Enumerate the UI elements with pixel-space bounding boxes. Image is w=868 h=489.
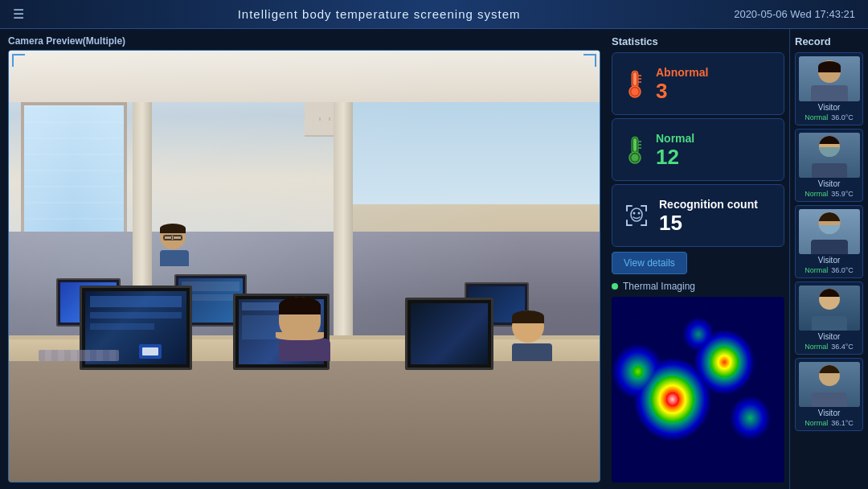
- recognition-card: Recognition count 15: [612, 184, 784, 247]
- normal-card: Normal 12: [612, 118, 784, 181]
- camera-label: Camera Preview(Multiple): [8, 35, 600, 47]
- record-avatar-2: [799, 133, 860, 178]
- svg-point-16: [638, 212, 641, 215]
- record-temp-5: 36.1°C: [831, 419, 854, 427]
- front-desk: [9, 352, 600, 482]
- thermal-image: [612, 297, 784, 483]
- thermometer-icon: [624, 69, 646, 98]
- desk-items: [39, 350, 119, 361]
- abnormal-content: Abnormal 3: [656, 66, 708, 101]
- record-name-5: Visitor: [818, 409, 841, 417]
- record-avatar-5: [799, 362, 860, 407]
- record-name-3: Visitor: [818, 256, 841, 265]
- record-temp-4: 36.4°C: [831, 343, 854, 351]
- corner-tr: [583, 54, 596, 67]
- page-title: Intelligent body temperature screening s…: [238, 7, 521, 21]
- svg-rect-1: [633, 72, 637, 85]
- svg-point-15: [633, 212, 636, 215]
- menu-icon[interactable]: ☰: [13, 6, 24, 22]
- abnormal-card: Abnormal 3: [612, 52, 784, 115]
- recognition-value: 15: [659, 212, 758, 233]
- record-avatar-3: [799, 209, 860, 254]
- record-status-5: Normal: [805, 419, 828, 427]
- record-name-4: Visitor: [818, 332, 841, 341]
- thermal-status-dot: [612, 283, 618, 290]
- record-status-3: Normal: [805, 266, 828, 274]
- abnormal-label: Abnormal: [656, 66, 708, 79]
- header: ☰ Intelligent body temperature screening…: [0, 0, 868, 29]
- thermal-label-text: Thermal Imaging: [623, 281, 695, 292]
- record-card-5: Visitor Normal 36.1°C: [795, 358, 863, 431]
- camera-feed: [9, 51, 600, 482]
- view-details-button[interactable]: View details: [612, 252, 687, 274]
- statistics-title: Statistics: [612, 35, 784, 47]
- face-scan-icon: [624, 203, 649, 228]
- record-status-2: Normal: [805, 190, 828, 198]
- thermal-canvas: [612, 297, 784, 483]
- person-back-left: [160, 224, 189, 266]
- record-section: Record Visitor Normal 36.0°C: [790, 29, 868, 489]
- svg-point-14: [631, 208, 642, 221]
- svg-point-3: [632, 88, 639, 96]
- thermometer-normal-icon: [624, 135, 646, 164]
- recognition-label: Recognition count: [659, 198, 758, 211]
- person-front-right: [512, 310, 552, 361]
- svg-point-10: [632, 154, 639, 162]
- record-avatar-4: [799, 286, 860, 331]
- statistics-section: Statistics Abnormal 3: [607, 29, 790, 489]
- normal-label: Normal: [656, 132, 694, 145]
- record-temp-3: 36.0°C: [831, 266, 854, 274]
- record-status-1: Normal: [805, 113, 828, 121]
- person-front-center: [279, 297, 330, 361]
- record-card-1: Visitor Normal 36.0°C: [795, 52, 863, 125]
- corner-tl: [12, 54, 25, 67]
- record-card-4: Visitor Normal 36.4°C: [795, 281, 863, 355]
- pillar-2: [334, 102, 353, 369]
- record-avatar-1: [799, 56, 860, 101]
- monitor-front-right: [405, 298, 493, 370]
- datetime-display: 2020-05-06 Wed 17:43:21: [734, 8, 855, 20]
- record-status-4: Normal: [805, 343, 828, 351]
- abnormal-value: 3: [656, 80, 708, 101]
- thermal-label: Thermal Imaging: [612, 281, 784, 292]
- record-name-2: Visitor: [818, 179, 841, 188]
- record-card-3: Visitor Normal 36.0°C: [795, 205, 863, 278]
- record-temp-2: 35.9°C: [831, 190, 854, 198]
- normal-content: Normal 12: [656, 132, 694, 167]
- svg-rect-8: [633, 138, 637, 151]
- camera-frame: [8, 50, 600, 483]
- recognition-content: Recognition count 15: [659, 198, 758, 233]
- record-name-1: Visitor: [818, 103, 841, 112]
- record-title: Record: [795, 35, 863, 47]
- camera-section: Camera Preview(Multiple): [0, 29, 607, 489]
- normal-value: 12: [656, 146, 694, 167]
- record-temp-1: 36.0°C: [831, 113, 854, 121]
- desk-sign: [139, 344, 162, 359]
- main-content: Camera Preview(Multiple): [0, 29, 868, 489]
- record-card-2: Visitor Normal 35.9°C: [795, 129, 863, 202]
